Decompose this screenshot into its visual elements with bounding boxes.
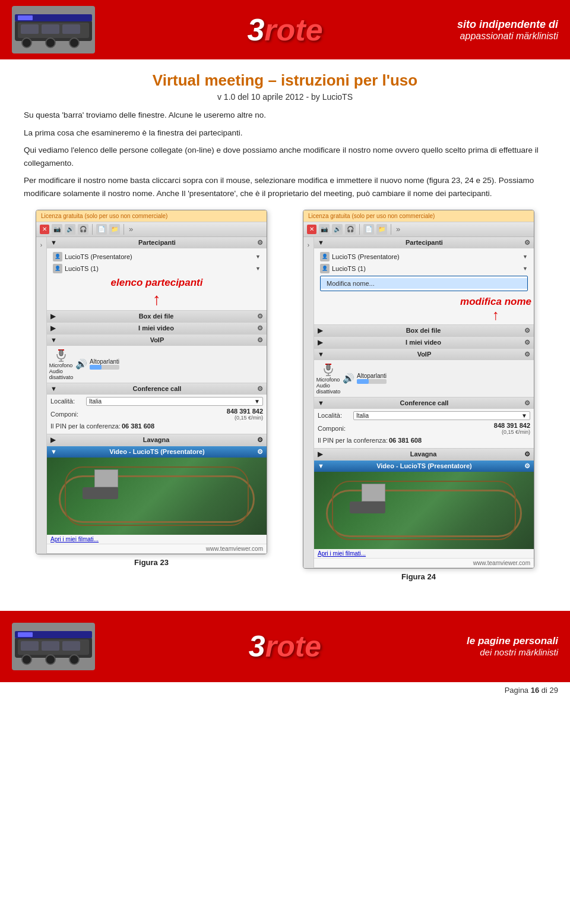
p1-dropdown-24[interactable]: ▼ [522,254,528,260]
conf-arrow: ▼ [50,385,57,392]
header-tagline: sito indipendente di appassionati märkli… [457,18,558,42]
cam-icon-24: 📷 [319,224,330,235]
site-footer: 3rote le pagine personali dei nostri mär… [0,611,570,682]
box-file-arrow: ▶ [50,313,55,320]
para3: Qui vediamo l'elenco delle persone colle… [24,144,546,169]
box-file-label: Box dei file [139,313,174,320]
voip-header-24[interactable]: ▼ VoIP ⚙ [314,349,534,360]
localita-select-24[interactable]: Italia ▼ [353,411,530,420]
main-content: Virtual meeting – istruzioni per l'uso v… [0,59,570,599]
license-bar-23: Licenza gratuita (solo per uso non comme… [36,210,267,222]
voip-header-23[interactable]: ▼ VoIP ⚙ [47,335,267,346]
localita-value: Italia [89,398,102,405]
building-23 [94,469,118,487]
video-header-24[interactable]: ▼ Video - LucioTS (Presentatore) ⚙ [314,461,534,472]
partecipanti-header-24[interactable]: ▼ Partecipanti ⚙ [314,237,534,248]
speaker-display-23: 🔊 Altoparlanti [75,358,119,370]
figures-row: Licenza gratuita (solo per uso non comme… [24,210,546,581]
lavagna-header-23[interactable]: ▶ Lavagna ⚙ [47,434,267,446]
filmati-link-24[interactable]: Apri i miei filmati... [314,549,534,558]
tv-footer-23: www.teamviewer.com [47,544,267,553]
p2-name-24: LucioTS (1) [332,265,522,272]
voip-section-23: ▼ VoIP ⚙ [47,335,267,383]
lavagna-section-23: ▶ Lavagna ⚙ [47,434,267,446]
miei-video-section-24: ▶ I miei video ⚙ [314,337,534,349]
conference-header-24[interactable]: ▼ Conference call ⚙ [314,398,534,409]
header-logo: 3rote [247,12,322,48]
svg-rect-9 [18,15,33,20]
header-tagline-line2: appassionati märklinisti [457,31,558,42]
train-23 [83,487,118,499]
close-button-23[interactable]: ✕ [40,225,49,234]
componi-label: Componi: [50,411,86,418]
video-section-24: ▼ Video - LucioTS (Presentatore) ⚙ Apri [314,461,534,568]
page-title: Virtual meeting – istruzioni per l'uso [24,71,546,90]
folder-icon-24: 📁 [376,224,387,235]
volume-fill-23 [90,365,102,370]
figura-24-window: Licenza gratuita (solo per uso non comme… [303,210,534,569]
toolbar-more: » [129,225,133,234]
para4: Per modificare il nostro nome basta clic… [24,174,546,200]
participant-1-dropdown[interactable]: ▼ [255,254,261,260]
video-label-24: Video - LucioTS (Presentatore) [376,462,472,469]
headset-icon: 🎧 [78,224,88,235]
gear-icon-parti-24: ⚙ [524,239,530,247]
gear-icon-box-24: ⚙ [524,327,530,335]
filmati-link-23[interactable]: Apri i miei filmati... [47,535,267,544]
conference-section-23: ▼ Conference call ⚙ Località: Italia ▼ [47,383,267,434]
header-train-image [12,6,95,53]
gear-icon-video-24: ⚙ [524,339,530,346]
video-label: Video - LucioTS (Presentatore) [109,448,205,455]
svg-rect-21 [42,641,59,651]
participant-1-row: 👤 LucioTS (Presentatore) ▼ [50,251,263,263]
componi-rate: (0,15 €/min) [86,415,263,421]
gear-icon-voip-24: ⚙ [524,351,530,358]
logo-3rote: 3rote [247,12,322,48]
componi-number: 848 391 842 [86,408,263,415]
tv-panel-24: ▼ Partecipanti ⚙ 👤 LucioTS (Presentatore… [314,237,534,568]
site-header: 3rote sito indipendente di appassionati … [0,0,570,59]
gear-icon-video: ⚙ [257,324,263,332]
footer-tagline: le pagine personali dei nostri märklinis… [467,635,558,657]
conf-label: Conference call [132,385,181,392]
lavagna-label: Lavagna [143,436,170,443]
miei-video-header-23[interactable]: ▶ I miei video ⚙ [47,323,267,334]
svg-point-6 [46,38,55,48]
video-arrow: ▼ [50,448,57,455]
header-left [12,6,95,53]
red-arrow-24: ↑ [460,308,531,322]
cam-icon: 📷 [52,224,62,235]
voip-section-24: ▼ VoIP ⚙ [314,349,534,398]
box-file-header-24[interactable]: ▶ Box dei file ⚙ [314,325,534,336]
red-arrow-23: ↑ [47,291,267,310]
miei-video-header-24[interactable]: ▶ I miei video ⚙ [314,337,534,348]
localita-row: Località: Italia ▼ [50,397,263,406]
box-file-section-23: ▶ Box dei file ⚙ [47,311,267,323]
participant-2-dropdown[interactable]: ▼ [255,266,261,272]
mic-label-23: Microfono Audio disattivato [49,362,74,380]
tv-body-24: › ▼ Partecipanti ⚙ 👤 [303,237,534,568]
conf-label-24: Conference call [400,399,448,406]
speaker-icon-24: 🔊 [343,373,354,384]
conference-header-23[interactable]: ▼ Conference call ⚙ [47,383,267,395]
miei-video-arrow-24: ▶ [318,339,322,346]
close-button-24[interactable]: ✕ [307,225,316,234]
modifica-nome-item[interactable]: Modifica nome... [321,278,527,289]
localita-dropdown-icon: ▼ [254,398,260,405]
localita-row-24: Località: Italia ▼ [318,411,530,420]
box-file-header-23[interactable]: ▶ Box dei file ⚙ [47,311,267,322]
lavagna-header-24[interactable]: ▶ Lavagna ⚙ [314,449,534,460]
modifica-label-24: modifica nome [460,296,531,307]
gear-icon-lavagna-24: ⚙ [524,450,530,458]
partecipanti-section-23: ▼ Partecipanti ⚙ 👤 LucioTS (Presentatore… [47,237,267,311]
partecipanti-header-23[interactable]: ▼ Partecipanti ⚙ [47,237,267,248]
gear-icon-conf-24: ⚙ [524,399,530,407]
miei-video-label-24: I miei video [406,339,441,346]
left-collapse-24[interactable]: › [303,237,314,568]
p2-dropdown-24[interactable]: ▼ [522,266,528,272]
left-collapse[interactable]: › [36,237,47,554]
partecipanti-label-24: Partecipanti [406,239,443,246]
toolbar-sep1 [92,224,93,235]
video-header-23[interactable]: ▼ Video - LucioTS (Presentatore) ⚙ [47,446,267,458]
localita-select[interactable]: Italia ▼ [86,397,263,406]
